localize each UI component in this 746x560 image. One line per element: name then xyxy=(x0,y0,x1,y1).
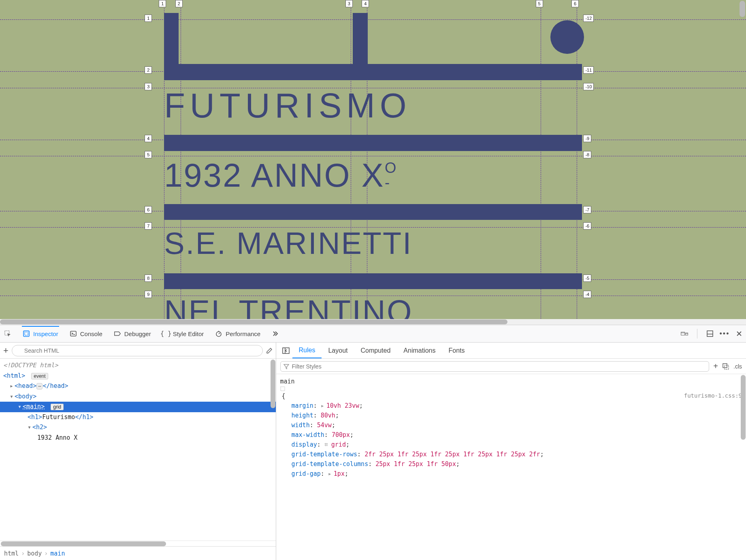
poster-circle xyxy=(550,20,584,54)
devtools-toolbar: Inspector Console Debugger { } Style Edi… xyxy=(0,325,746,343)
performance-icon xyxy=(215,330,222,337)
grid-row-label-neg: -10 xyxy=(583,83,594,90)
page-horizontal-scrollbar-track[interactable] xyxy=(0,319,746,325)
rule-selector[interactable]: main xyxy=(280,378,295,385)
rule-source-link[interactable]: futurismo-1.css:9 xyxy=(684,391,742,400)
tab-rules[interactable]: Rules xyxy=(292,343,322,358)
poster-bar xyxy=(164,64,582,80)
tab-debugger-label: Debugger xyxy=(124,330,151,337)
css-declaration[interactable]: max-width: 700px; xyxy=(280,430,742,440)
breadcrumb-html[interactable]: html xyxy=(4,550,19,557)
tab-layout[interactable]: Layout xyxy=(322,343,354,358)
rules-list[interactable]: main { futurismo-1.css:9 margin: ▸10vh 2… xyxy=(276,374,746,560)
tree-row-h2-text[interactable]: 1932 Anno X xyxy=(0,433,276,443)
tree-row-h1[interactable]: <h1>Futurismo</h1> xyxy=(0,412,276,423)
svg-rect-11 xyxy=(725,365,729,369)
rules-vertical-scrollbar[interactable] xyxy=(740,374,746,560)
markup-vertical-scrollbar[interactable] xyxy=(270,359,276,541)
tab-debugger[interactable]: Debugger xyxy=(113,326,152,341)
poster-line-2-sup: O xyxy=(385,160,398,176)
search-html-input[interactable] xyxy=(12,345,263,356)
tree-row-doctype[interactable]: <!DOCTYPE html> xyxy=(0,360,276,371)
grid-badge[interactable]: grid xyxy=(51,404,64,410)
css-declaration[interactable]: margin: ▸10vh 23vw; xyxy=(280,401,742,411)
css-declaration[interactable]: display: ⌗ grid; xyxy=(280,440,742,449)
scrollbar-thumb[interactable] xyxy=(741,375,746,440)
scrollbar-thumb[interactable] xyxy=(271,360,275,408)
pick-element-icon xyxy=(4,330,11,337)
add-node-button[interactable]: + xyxy=(3,345,9,356)
toggle-sidebar-button[interactable] xyxy=(279,343,292,358)
page-viewport: 1 2 3 4 5 6 1 2 3 4 5 6 7 8 9 -12 -11 -1… xyxy=(0,0,746,325)
css-declaration[interactable]: grid-template-rows: 2fr 25px 1fr 25px 1f… xyxy=(280,449,742,459)
tab-console-label: Console xyxy=(80,330,102,337)
rules-panel: Rules Layout Computed Animations Fonts +… xyxy=(276,343,746,560)
css-declaration[interactable]: height: 80vh; xyxy=(280,411,742,420)
svg-rect-5 xyxy=(681,332,685,335)
markup-tree[interactable]: <!DOCTYPE html> <html> event ▸<head>⋯</h… xyxy=(0,359,276,541)
chevron-right-icon: › xyxy=(21,550,25,557)
breadcrumb-body[interactable]: body xyxy=(27,550,42,557)
grid-row-label-neg: -5 xyxy=(583,275,591,282)
edit-html-button[interactable] xyxy=(266,347,273,354)
grid-row-label-neg: -11 xyxy=(583,66,594,74)
markup-horizontal-scrollbar[interactable] xyxy=(0,541,276,546)
poster-block xyxy=(353,13,367,64)
poster-bar xyxy=(164,273,582,290)
pseudo-class-button[interactable] xyxy=(722,363,729,370)
tree-row-main-selected[interactable]: ▾<main> grid xyxy=(0,402,276,412)
tab-inspector[interactable]: Inspector xyxy=(22,326,59,341)
devtools-close-button[interactable] xyxy=(735,330,743,337)
tab-style-editor[interactable]: { } Style Editor xyxy=(162,326,205,341)
breadcrumb-main[interactable]: main xyxy=(50,550,65,557)
expander-icon[interactable]: ▸ xyxy=(328,469,334,479)
css-declaration[interactable]: grid-gap: ▸1px; xyxy=(280,469,742,479)
grid-row-label-neg: -12 xyxy=(583,15,594,22)
svg-rect-12 xyxy=(281,387,285,391)
responsive-design-button[interactable] xyxy=(681,330,688,337)
grid-row-label: 8 xyxy=(145,275,152,282)
filter-styles-input[interactable] xyxy=(280,361,710,372)
css-declaration[interactable]: grid-template-columns: 25px 1fr 25px 1fr… xyxy=(280,459,742,469)
tab-console[interactable]: Console xyxy=(69,326,103,341)
style-editor-icon: { } xyxy=(162,330,170,337)
poster-line-2: 1932 ANNO XO- xyxy=(164,159,397,192)
cls-toggle-button[interactable]: .cls xyxy=(733,363,742,370)
scrollbar-thumb[interactable] xyxy=(1,541,166,546)
rules-tabs: Rules Layout Computed Animations Fonts xyxy=(276,343,746,359)
grid-row-label: 1 xyxy=(145,15,152,22)
poster-line-2-text: 1932 ANNO X xyxy=(164,157,385,194)
grid-row-label: 9 xyxy=(145,291,152,298)
tree-row-head[interactable]: ▸<head>⋯</head> xyxy=(0,381,276,392)
tree-row-body[interactable]: ▾<body> xyxy=(0,392,276,402)
tab-animations[interactable]: Animations xyxy=(397,343,442,358)
svg-rect-2 xyxy=(25,332,28,335)
svg-rect-10 xyxy=(723,364,727,368)
tab-performance[interactable]: Performance xyxy=(214,326,261,341)
add-rule-button[interactable]: + xyxy=(713,362,718,371)
grid-row-label: 7 xyxy=(145,222,152,230)
grid-swatch-icon[interactable] xyxy=(280,386,742,391)
expander-icon[interactable]: ▸ xyxy=(321,401,326,411)
event-badge[interactable]: event xyxy=(31,373,48,379)
page-vertical-scrollbar[interactable] xyxy=(740,1,745,17)
tree-row-html[interactable]: <html> event xyxy=(0,371,276,381)
svg-rect-7 xyxy=(707,331,713,336)
pick-element-button[interactable] xyxy=(3,326,12,341)
devtools-menu-button[interactable]: ••• xyxy=(721,330,728,337)
rules-toolbar: + .cls xyxy=(276,359,746,374)
tabs-overflow-button[interactable] xyxy=(271,326,280,341)
tab-style-editor-label: Style Editor xyxy=(173,330,204,337)
tab-computed[interactable]: Computed xyxy=(354,343,397,358)
svg-rect-6 xyxy=(686,333,688,335)
ellipsis-icon: ⋯ xyxy=(36,383,43,390)
grid-icon[interactable]: ⌗ xyxy=(324,441,331,448)
dock-side-button[interactable] xyxy=(706,330,714,337)
page-horizontal-scrollbar-thumb[interactable] xyxy=(0,319,507,324)
grid-col-label: 6 xyxy=(571,0,579,7)
css-declaration[interactable]: width: 54vw; xyxy=(280,420,742,430)
poster-bar xyxy=(164,135,582,151)
grid-row-label-neg: -6 xyxy=(583,222,591,230)
tab-fonts[interactable]: Fonts xyxy=(442,343,471,358)
tree-row-h2[interactable]: ▾<h2> xyxy=(0,422,276,433)
